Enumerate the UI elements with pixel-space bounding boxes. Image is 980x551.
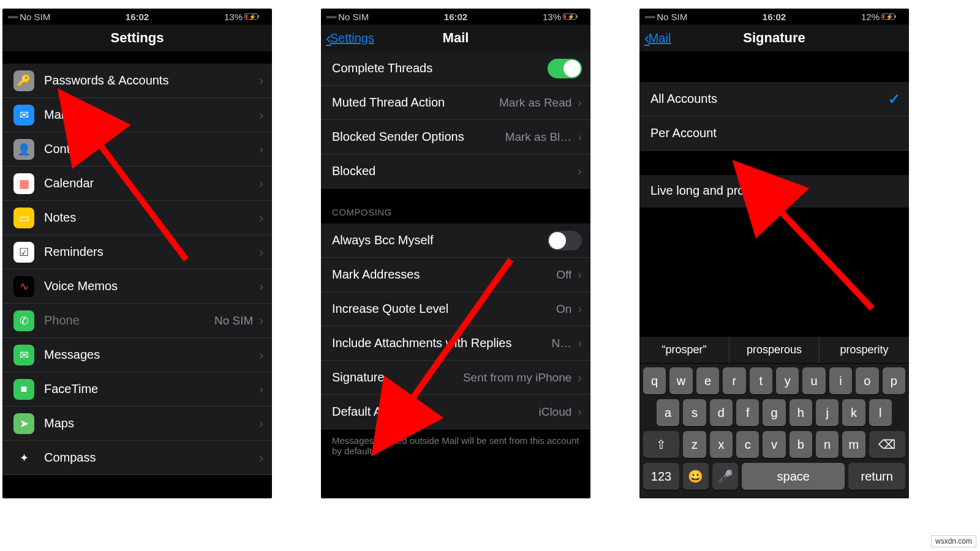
mail-row[interactable]: Muted Thread ActionMark as Read› bbox=[321, 86, 590, 120]
shift-key[interactable]: ⇧ bbox=[643, 431, 679, 458]
back-button[interactable]: ‹Mail bbox=[644, 24, 671, 51]
key-e[interactable]: e bbox=[696, 367, 719, 394]
key-l[interactable]: l bbox=[869, 399, 892, 426]
scope-list: All Accounts✓Per Account bbox=[639, 82, 909, 151]
chevron-right-icon: › bbox=[259, 279, 263, 293]
mail-row[interactable]: Complete Threads bbox=[321, 51, 590, 86]
settings-row-maps[interactable]: ➤ Maps › bbox=[2, 407, 272, 441]
mail-row[interactable]: Include Attachments with RepliesN…› bbox=[321, 326, 590, 361]
delete-key[interactable]: ⌫ bbox=[869, 431, 905, 458]
key-g[interactable]: g bbox=[763, 399, 785, 426]
suggestion-bar[interactable]: “prosper” prosperous prosperity bbox=[639, 337, 909, 364]
notes-icon: ▭ bbox=[13, 208, 34, 228]
page-title: Mail bbox=[443, 30, 469, 46]
screen-signature: ••••• No SIM 16:02 12%⚡ ‹Mail Signature … bbox=[639, 9, 909, 498]
key-m[interactable]: m bbox=[842, 431, 865, 458]
key-c[interactable]: c bbox=[736, 431, 759, 458]
settings-row-passwords[interactable]: 🔑 Passwords & Accounts › bbox=[2, 64, 272, 98]
row-label: FaceTime bbox=[44, 382, 253, 396]
chevron-right-icon: › bbox=[578, 130, 582, 144]
settings-row-compass[interactable]: ✦ Compass › bbox=[2, 441, 272, 475]
key-a[interactable]: a bbox=[657, 399, 679, 426]
facetime-icon: ■ bbox=[13, 379, 34, 400]
row-label: Default Account bbox=[332, 405, 533, 419]
chevron-right-icon: › bbox=[259, 313, 263, 328]
back-button[interactable]: ‹Settings bbox=[326, 24, 374, 51]
key-k[interactable]: k bbox=[842, 399, 865, 426]
key-p[interactable]: p bbox=[883, 367, 905, 394]
row-label: Voice Memos bbox=[44, 279, 253, 293]
settings-row-mail[interactable]: ✉︎ Mail › bbox=[2, 98, 272, 132]
key-h[interactable]: h bbox=[790, 399, 812, 426]
scope-row[interactable]: All Accounts✓ bbox=[639, 82, 909, 116]
key-r[interactable]: r bbox=[723, 367, 745, 394]
mail-row[interactable]: Always Bcc Myself bbox=[321, 223, 590, 258]
key-v[interactable]: v bbox=[763, 431, 785, 458]
mail-row[interactable]: SignatureSent from my iPhone› bbox=[321, 361, 590, 395]
settings-row-voice-memos[interactable]: ∿ Voice Memos › bbox=[2, 269, 272, 304]
settings-list: 🔑 Passwords & Accounts ›✉︎ Mail ›👤 Conta… bbox=[2, 64, 272, 475]
row-label: Passwords & Accounts bbox=[44, 73, 253, 88]
key-t[interactable]: t bbox=[750, 367, 772, 394]
mail-row[interactable]: Blocked Sender OptionsMark as Bl…› bbox=[321, 120, 590, 154]
key-y[interactable]: y bbox=[776, 367, 799, 394]
row-value: iCloud bbox=[538, 405, 571, 419]
mail-row[interactable]: Mark AddressesOff› bbox=[321, 258, 590, 292]
key-x[interactable]: x bbox=[710, 431, 733, 458]
emoji-key[interactable]: 😀 bbox=[683, 463, 709, 490]
chevron-right-icon: › bbox=[578, 268, 582, 282]
row-value: Mark as Read bbox=[499, 96, 571, 110]
chevron-right-icon: › bbox=[259, 451, 263, 465]
mail-row[interactable]: Increase Quote LevelOn› bbox=[321, 292, 590, 326]
row-value: Off bbox=[556, 268, 571, 282]
row-value: Sent from my iPhone bbox=[463, 371, 571, 384]
row-value: N… bbox=[552, 337, 572, 350]
key-n[interactable]: n bbox=[816, 431, 839, 458]
settings-row-notes[interactable]: ▭ Notes › bbox=[2, 201, 272, 235]
keyboard[interactable]: “prosper” prosperous prosperity qwertyui… bbox=[639, 337, 909, 498]
mail-row[interactable]: Blocked› bbox=[321, 154, 590, 189]
row-label: Blocked bbox=[332, 164, 571, 178]
signature-input[interactable]: Live long and prosper bbox=[639, 175, 909, 208]
suggestion[interactable]: “prosper” bbox=[639, 337, 729, 363]
suggestion[interactable]: prosperity bbox=[820, 337, 909, 363]
space-key[interactable]: space bbox=[742, 463, 845, 490]
key-s[interactable]: s bbox=[683, 399, 706, 426]
navbar-mail: ‹Settings Mail bbox=[321, 24, 590, 51]
phone-icon: ✆ bbox=[13, 310, 34, 331]
suggestion[interactable]: prosperous bbox=[729, 337, 820, 363]
key-f[interactable]: f bbox=[736, 399, 759, 426]
chevron-right-icon: › bbox=[578, 164, 582, 178]
key-d[interactable]: d bbox=[710, 399, 733, 426]
return-key[interactable]: return bbox=[848, 463, 905, 490]
key-i[interactable]: i bbox=[829, 367, 852, 394]
settings-row-phone[interactable]: ✆ Phone No SIM › bbox=[2, 304, 272, 338]
status-bar: ••••• No SIM 16:02 12%⚡ bbox=[639, 9, 909, 24]
key-b[interactable]: b bbox=[790, 431, 812, 458]
row-label: Increase Quote Level bbox=[332, 302, 551, 316]
numbers-key[interactable]: 123 bbox=[643, 463, 679, 490]
toggle[interactable] bbox=[548, 59, 582, 78]
key-u[interactable]: u bbox=[802, 367, 825, 394]
toggle[interactable] bbox=[548, 231, 582, 250]
scope-row[interactable]: Per Account bbox=[639, 116, 909, 151]
key-o[interactable]: o bbox=[856, 367, 878, 394]
key-j[interactable]: j bbox=[816, 399, 839, 426]
chevron-right-icon: › bbox=[259, 176, 263, 190]
settings-row-reminders[interactable]: ☑ Reminders › bbox=[2, 235, 272, 269]
maps-icon: ➤ bbox=[13, 413, 34, 434]
mail-row[interactable]: Default AccountiCloud› bbox=[321, 395, 590, 429]
chevron-right-icon: › bbox=[578, 405, 582, 419]
settings-row-messages[interactable]: ✉ Messages › bbox=[2, 338, 272, 372]
settings-row-contacts[interactable]: 👤 Contacts › bbox=[2, 132, 272, 167]
chevron-right-icon: › bbox=[578, 302, 582, 316]
key-z[interactable]: z bbox=[683, 431, 706, 458]
settings-row-facetime[interactable]: ■ FaceTime › bbox=[2, 372, 272, 407]
settings-row-calendar[interactable]: ▦ Calendar › bbox=[2, 167, 272, 201]
row-label: Per Account bbox=[650, 126, 900, 140]
mic-key[interactable]: 🎤 bbox=[712, 463, 738, 490]
key-q[interactable]: q bbox=[643, 367, 666, 394]
passwords-icon: 🔑 bbox=[13, 70, 34, 91]
chevron-right-icon: › bbox=[259, 382, 263, 396]
key-w[interactable]: w bbox=[669, 367, 692, 394]
